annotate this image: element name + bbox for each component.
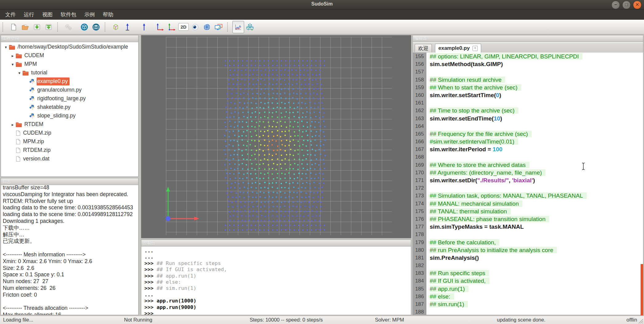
tree-item[interactable]: ▾tutorial — [1, 69, 138, 77]
code-line[interactable]: 155## options: LINEAR, GIMP, LINEARCPDI,… — [413, 53, 643, 60]
minimize-button[interactable]: − — [611, 1, 620, 9]
tree-item[interactable]: ▾/home/sway/Desktop/SudoSimStudio/exampl… — [1, 43, 138, 51]
line-number: 159 — [413, 84, 426, 91]
code-line[interactable]: 160sim.writer.setStartTime(0) — [413, 91, 643, 99]
expander-closed-icon[interactable]: ▸ — [10, 122, 15, 127]
axis-xz-button[interactable] — [154, 21, 166, 33]
tree-item[interactable]: CUDEM.zip — [1, 129, 138, 137]
code-line[interactable]: 188 — [413, 308, 643, 315]
axis-z-button[interactable] — [122, 21, 133, 33]
code-line[interactable]: 186## else: — [413, 293, 643, 300]
code-line[interactable]: 161 — [413, 99, 643, 107]
view-3d-button[interactable] — [78, 21, 90, 33]
axis-yz-button[interactable] — [166, 21, 178, 33]
tree-item[interactable]: ▸CUDEM — [1, 51, 138, 60]
tree-item[interactable]: RTDEM.zip — [1, 146, 138, 155]
title-bar[interactable]: SudoSim − □ ✕ — [0, 0, 644, 10]
code-line[interactable]: 187## sim.run(1) — [413, 300, 643, 308]
code-line[interactable]: 176## PHASEANAL: phase transition simula… — [413, 215, 643, 223]
code-editor[interactable]: 155## options: LINEAR, GIMP, LINEARCPDI,… — [413, 53, 643, 315]
update-package-button[interactable] — [43, 21, 54, 33]
code-line[interactable]: 170## Arguments: (directory_name, file_n… — [413, 169, 643, 176]
workspace-panel-header[interactable]: 工作空间 — [1, 35, 138, 42]
log-output[interactable]: transBuffer size=48viscousDamping for In… — [3, 184, 138, 315]
close-button[interactable]: ✕ — [633, 1, 642, 9]
code-line[interactable]: 175## TANAL: thermal simulation — [413, 207, 643, 215]
code-line[interactable]: 158## Simulation resutl archive — [413, 76, 643, 84]
download-package-button[interactable] — [31, 21, 43, 33]
resize-grip[interactable] — [638, 318, 643, 324]
expander-open-icon[interactable]: ▾ — [10, 62, 15, 67]
code-line[interactable]: 180## run PreAnalysis to initialize the … — [413, 246, 643, 254]
tree-item[interactable]: ▾MPM — [1, 60, 138, 69]
axis-z-alt-button[interactable] — [138, 21, 150, 33]
code-line[interactable]: 182 — [413, 262, 643, 269]
code-line[interactable]: 167sim.writer.iterPeriod = 100 — [413, 145, 643, 153]
code-line[interactable]: 174## MANAL: mechanical simulation — [413, 200, 643, 207]
code-line[interactable]: 181sim.PreAnalysis() — [413, 254, 643, 262]
code-line[interactable]: 157 — [413, 68, 643, 76]
code-line[interactable]: 163sim.writer.setEndTime(10) — [413, 115, 643, 122]
maximize-button[interactable]: □ — [622, 1, 631, 9]
line-number: 171 — [413, 176, 426, 184]
snapshot-button[interactable] — [90, 21, 102, 33]
file-tree[interactable]: ▾/home/sway/Desktop/SudoSimStudio/exampl… — [1, 43, 138, 176]
code-line[interactable]: 166#sim.writer.setIntervalTime(0.01) — [413, 138, 643, 145]
menu-examples[interactable]: 示例 — [80, 10, 99, 19]
window-controls: − □ ✕ — [611, 1, 642, 9]
code-line[interactable]: 177sim.simTypeMasks = task.MANAL — [413, 223, 643, 231]
code-line[interactable]: 183## Run specific steps — [413, 269, 643, 277]
expander-open-icon[interactable]: ▾ — [3, 45, 8, 49]
tree-item[interactable]: ▸RTDEM — [1, 120, 138, 129]
code-line[interactable]: 179## Before the calculation, — [413, 239, 643, 246]
code-line[interactable]: 156sim.setMethod(task.GIMP) — [413, 60, 643, 68]
open-file-button[interactable] — [19, 21, 31, 33]
code-line[interactable]: 178 — [413, 231, 643, 238]
new-file-button[interactable] — [8, 21, 19, 33]
tree-item[interactable]: version.dat — [1, 155, 138, 163]
bounding-box-button[interactable] — [110, 21, 122, 33]
code-line[interactable]: 168 — [413, 153, 643, 161]
menu-help[interactable]: 帮助 — [99, 10, 117, 19]
tab-close-icon[interactable]: × — [473, 46, 478, 51]
package-settings-button[interactable] — [62, 21, 74, 33]
code-line[interactable]: 159## When to start the archive (sec) — [413, 84, 643, 91]
code-line[interactable]: 173## Simulation task, options: MANAL, T… — [413, 192, 643, 200]
menu-view[interactable]: 视图 — [38, 10, 57, 19]
code-line[interactable]: 185## app.run(1) — [413, 285, 643, 293]
code-line[interactable]: 165## Frequency for the file archive (se… — [413, 130, 643, 138]
menu-packages[interactable]: 软件包 — [57, 10, 80, 19]
code-line[interactable]: 171sim.writer.setDir("./Results/", 'biax… — [413, 176, 643, 184]
code-token: ) — [533, 177, 535, 184]
tree-item[interactable]: shaketable.py — [1, 103, 138, 112]
plot-chart-button[interactable] — [232, 21, 244, 33]
web-globe-button[interactable] — [201, 21, 213, 33]
screen-share-button[interactable] — [213, 21, 224, 33]
code-line[interactable]: 164 — [413, 122, 643, 130]
expander-closed-icon[interactable]: ▸ — [10, 53, 15, 58]
menu-file[interactable]: 文件 — [1, 10, 20, 19]
tree-item[interactable]: slope_sliding.py — [1, 112, 138, 120]
code-line[interactable]: 172 — [413, 184, 643, 192]
tree-item[interactable]: rigidfooting_large.py — [1, 94, 138, 103]
tree-item[interactable]: MPM.zip — [1, 137, 138, 146]
code-line[interactable]: 184## If GUI is activated, — [413, 277, 643, 285]
voxel-view-button[interactable] — [244, 21, 256, 33]
expander-open-icon[interactable]: ▾ — [17, 71, 22, 75]
tab-example0-py[interactable]: example0.py × — [435, 44, 481, 53]
python-console[interactable]: ... ... >>> ## Run specific steps>>> ## … — [144, 248, 410, 315]
perspective-eye-button[interactable] — [189, 21, 201, 33]
editor-scrollbar-thumb[interactable] — [641, 264, 643, 315]
tree-item[interactable]: example0.py — [1, 77, 138, 86]
menu-run[interactable]: 运行 — [20, 10, 38, 19]
code-line[interactable]: 169## Where to store the archived datas — [413, 161, 643, 169]
tab-welcome[interactable]: 欢迎 — [415, 44, 432, 52]
console-panel-header[interactable]: 控制台 — [141, 240, 411, 247]
tree-item[interactable]: granularcolumn.py — [1, 86, 138, 94]
viewport-canvas[interactable] — [141, 35, 411, 238]
log-line: Max threads allowed: 16 — [3, 312, 138, 315]
editor-panel-header[interactable]: 编辑器 — [413, 35, 643, 42]
code-line[interactable]: 162## Time to stop the archive (sec) — [413, 107, 643, 114]
view-2d-button[interactable]: 2D — [178, 21, 189, 33]
log-panel-header[interactable]: 日志 — [1, 178, 138, 185]
